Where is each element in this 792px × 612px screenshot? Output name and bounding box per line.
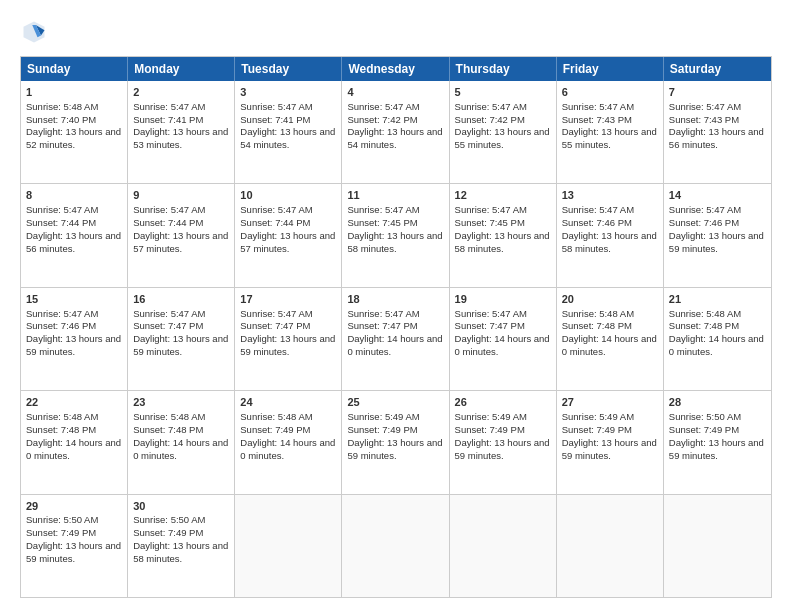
daylight-text: Daylight: 13 hours and 59 minutes. [133, 333, 228, 357]
calendar-body: 1Sunrise: 5:48 AMSunset: 7:40 PMDaylight… [21, 81, 771, 597]
calendar-cell: 2Sunrise: 5:47 AMSunset: 7:41 PMDaylight… [128, 81, 235, 183]
header-monday: Monday [128, 57, 235, 81]
calendar-cell: 22Sunrise: 5:48 AMSunset: 7:48 PMDayligh… [21, 391, 128, 493]
day-number: 16 [133, 292, 229, 307]
day-number: 2 [133, 85, 229, 100]
daylight-text: Daylight: 13 hours and 58 minutes. [133, 540, 228, 564]
sunrise-text: Sunrise: 5:47 AM [133, 308, 205, 319]
day-number: 23 [133, 395, 229, 410]
daylight-text: Daylight: 13 hours and 58 minutes. [455, 230, 550, 254]
day-number: 11 [347, 188, 443, 203]
calendar-cell: 18Sunrise: 5:47 AMSunset: 7:47 PMDayligh… [342, 288, 449, 390]
day-number: 15 [26, 292, 122, 307]
daylight-text: Daylight: 14 hours and 0 minutes. [347, 333, 442, 357]
daylight-text: Daylight: 13 hours and 54 minutes. [347, 126, 442, 150]
day-number: 30 [133, 499, 229, 514]
day-number: 25 [347, 395, 443, 410]
day-number: 17 [240, 292, 336, 307]
sunrise-text: Sunrise: 5:47 AM [133, 204, 205, 215]
daylight-text: Daylight: 13 hours and 59 minutes. [562, 437, 657, 461]
daylight-text: Daylight: 14 hours and 0 minutes. [240, 437, 335, 461]
calendar-cell: 11Sunrise: 5:47 AMSunset: 7:45 PMDayligh… [342, 184, 449, 286]
day-number: 12 [455, 188, 551, 203]
calendar-week-4: 22Sunrise: 5:48 AMSunset: 7:48 PMDayligh… [21, 390, 771, 493]
header-saturday: Saturday [664, 57, 771, 81]
sunset-text: Sunset: 7:44 PM [133, 217, 203, 228]
calendar-header: Sunday Monday Tuesday Wednesday Thursday… [21, 57, 771, 81]
calendar-cell: 16Sunrise: 5:47 AMSunset: 7:47 PMDayligh… [128, 288, 235, 390]
sunset-text: Sunset: 7:42 PM [347, 114, 417, 125]
sunset-text: Sunset: 7:45 PM [347, 217, 417, 228]
daylight-text: Daylight: 13 hours and 55 minutes. [455, 126, 550, 150]
calendar-week-3: 15Sunrise: 5:47 AMSunset: 7:46 PMDayligh… [21, 287, 771, 390]
day-number: 3 [240, 85, 336, 100]
day-number: 27 [562, 395, 658, 410]
sunrise-text: Sunrise: 5:47 AM [669, 204, 741, 215]
sunset-text: Sunset: 7:43 PM [562, 114, 632, 125]
sunrise-text: Sunrise: 5:48 AM [26, 101, 98, 112]
sunrise-text: Sunrise: 5:47 AM [26, 204, 98, 215]
sunset-text: Sunset: 7:46 PM [669, 217, 739, 228]
calendar-cell [664, 495, 771, 597]
day-number: 19 [455, 292, 551, 307]
sunrise-text: Sunrise: 5:47 AM [562, 101, 634, 112]
calendar-cell: 1Sunrise: 5:48 AMSunset: 7:40 PMDaylight… [21, 81, 128, 183]
sunrise-text: Sunrise: 5:47 AM [455, 101, 527, 112]
calendar-cell [342, 495, 449, 597]
day-number: 21 [669, 292, 766, 307]
sunrise-text: Sunrise: 5:47 AM [133, 101, 205, 112]
calendar: Sunday Monday Tuesday Wednesday Thursday… [20, 56, 772, 598]
calendar-cell [450, 495, 557, 597]
daylight-text: Daylight: 14 hours and 0 minutes. [133, 437, 228, 461]
day-number: 1 [26, 85, 122, 100]
sunset-text: Sunset: 7:46 PM [26, 320, 96, 331]
day-number: 18 [347, 292, 443, 307]
sunrise-text: Sunrise: 5:50 AM [133, 514, 205, 525]
calendar-cell: 20Sunrise: 5:48 AMSunset: 7:48 PMDayligh… [557, 288, 664, 390]
sunrise-text: Sunrise: 5:47 AM [240, 101, 312, 112]
sunset-text: Sunset: 7:40 PM [26, 114, 96, 125]
day-number: 7 [669, 85, 766, 100]
day-number: 8 [26, 188, 122, 203]
sunset-text: Sunset: 7:45 PM [455, 217, 525, 228]
sunrise-text: Sunrise: 5:47 AM [669, 101, 741, 112]
calendar-week-5: 29Sunrise: 5:50 AMSunset: 7:49 PMDayligh… [21, 494, 771, 597]
sunrise-text: Sunrise: 5:49 AM [562, 411, 634, 422]
logo-icon [20, 18, 48, 46]
sunrise-text: Sunrise: 5:47 AM [26, 308, 98, 319]
calendar-cell: 28Sunrise: 5:50 AMSunset: 7:49 PMDayligh… [664, 391, 771, 493]
sunset-text: Sunset: 7:48 PM [133, 424, 203, 435]
sunrise-text: Sunrise: 5:49 AM [455, 411, 527, 422]
sunrise-text: Sunrise: 5:48 AM [133, 411, 205, 422]
day-number: 10 [240, 188, 336, 203]
calendar-cell: 9Sunrise: 5:47 AMSunset: 7:44 PMDaylight… [128, 184, 235, 286]
calendar-cell: 8Sunrise: 5:47 AMSunset: 7:44 PMDaylight… [21, 184, 128, 286]
day-number: 26 [455, 395, 551, 410]
calendar-cell: 25Sunrise: 5:49 AMSunset: 7:49 PMDayligh… [342, 391, 449, 493]
daylight-text: Daylight: 14 hours and 0 minutes. [26, 437, 121, 461]
daylight-text: Daylight: 13 hours and 57 minutes. [133, 230, 228, 254]
daylight-text: Daylight: 13 hours and 59 minutes. [669, 437, 764, 461]
sunset-text: Sunset: 7:41 PM [240, 114, 310, 125]
daylight-text: Daylight: 14 hours and 0 minutes. [562, 333, 657, 357]
calendar-cell: 26Sunrise: 5:49 AMSunset: 7:49 PMDayligh… [450, 391, 557, 493]
sunrise-text: Sunrise: 5:47 AM [455, 204, 527, 215]
sunset-text: Sunset: 7:48 PM [562, 320, 632, 331]
calendar-cell: 10Sunrise: 5:47 AMSunset: 7:44 PMDayligh… [235, 184, 342, 286]
logo [20, 18, 52, 46]
calendar-week-1: 1Sunrise: 5:48 AMSunset: 7:40 PMDaylight… [21, 81, 771, 183]
sunrise-text: Sunrise: 5:47 AM [347, 101, 419, 112]
calendar-cell: 27Sunrise: 5:49 AMSunset: 7:49 PMDayligh… [557, 391, 664, 493]
daylight-text: Daylight: 13 hours and 59 minutes. [26, 333, 121, 357]
header-sunday: Sunday [21, 57, 128, 81]
daylight-text: Daylight: 13 hours and 57 minutes. [240, 230, 335, 254]
sunrise-text: Sunrise: 5:47 AM [455, 308, 527, 319]
daylight-text: Daylight: 13 hours and 59 minutes. [240, 333, 335, 357]
daylight-text: Daylight: 13 hours and 58 minutes. [347, 230, 442, 254]
calendar-cell: 23Sunrise: 5:48 AMSunset: 7:48 PMDayligh… [128, 391, 235, 493]
sunrise-text: Sunrise: 5:47 AM [240, 308, 312, 319]
calendar-cell: 30Sunrise: 5:50 AMSunset: 7:49 PMDayligh… [128, 495, 235, 597]
calendar-cell: 12Sunrise: 5:47 AMSunset: 7:45 PMDayligh… [450, 184, 557, 286]
calendar-cell: 5Sunrise: 5:47 AMSunset: 7:42 PMDaylight… [450, 81, 557, 183]
sunset-text: Sunset: 7:47 PM [347, 320, 417, 331]
